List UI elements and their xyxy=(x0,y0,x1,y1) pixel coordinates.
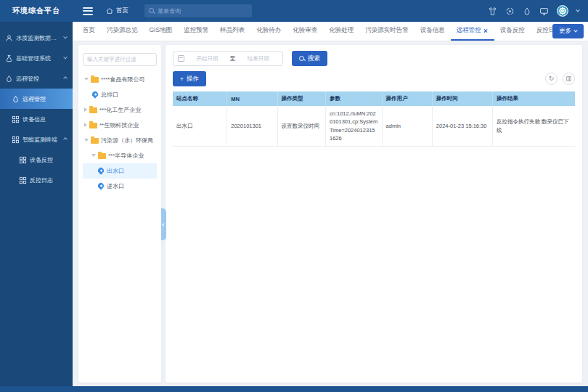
user-analysis-icon xyxy=(5,34,13,42)
folder-icon xyxy=(98,153,106,159)
tree-node-semiconductor-company[interactable]: ***半导体企业 xyxy=(83,148,157,163)
search-icon xyxy=(149,8,155,14)
tab-device-info[interactable]: 设备信息 xyxy=(415,22,451,41)
date-range-separator: 至 xyxy=(230,55,236,62)
station-tree: ****食品有限公司 总排口 ***化工生产企业 **生物科技企业 xyxy=(83,72,157,194)
content-area: ****食品有限公司 总排口 ***化工生产企业 **生物科技企业 xyxy=(73,41,588,386)
user-avatar[interactable] xyxy=(557,5,568,17)
tree-collapse-handle[interactable] xyxy=(161,208,166,240)
tab-realtime-alarm[interactable]: 污染源实时告警 xyxy=(359,22,415,41)
cell-op-type: 设置数采仪时间 xyxy=(277,106,325,147)
more-tabs-button[interactable]: 更多 xyxy=(552,24,584,38)
open-tabs-bar: 首页 污染源总览 GIS地图 监控预警 样品列表 化验待办 化验审查 化验处理 … xyxy=(73,22,588,41)
start-date-placeholder[interactable]: 开始日期 xyxy=(187,55,227,62)
menu-search-input[interactable] xyxy=(158,8,248,15)
map-pin-icon xyxy=(91,90,99,98)
tree-node-main-outlet[interactable]: 总排口 xyxy=(83,87,157,102)
segmented-circle-icon[interactable] xyxy=(505,7,515,16)
col-site-name: 站点名称 xyxy=(173,91,227,106)
tree-node-biotech-company[interactable]: **生物科技企业 xyxy=(83,118,157,133)
map-pin-icon xyxy=(97,166,105,174)
chevron-up-icon xyxy=(63,76,68,81)
top-header: 环境综合平台 首页 xyxy=(0,0,588,22)
hamburger-menu-icon[interactable] xyxy=(83,7,93,15)
chevron-down-icon[interactable] xyxy=(576,8,580,12)
tree-node-food-company[interactable]: ****食品有限公司 xyxy=(83,72,157,87)
folder-icon xyxy=(89,107,97,113)
theme-shirt-icon[interactable] xyxy=(488,7,497,16)
breadcrumb-label: 首页 xyxy=(116,7,128,15)
refresh-button[interactable]: ↻ xyxy=(545,73,558,85)
cell-site-name: 出水口 xyxy=(173,106,227,147)
caret-right-icon[interactable] xyxy=(84,123,87,127)
tab-remote-control[interactable]: 远程管控 xyxy=(451,22,494,41)
caret-right-icon[interactable] xyxy=(84,107,87,112)
chevron-down-icon xyxy=(573,28,578,33)
end-date-placeholder[interactable]: 结束日期 xyxy=(238,55,278,62)
caret-down-icon[interactable] xyxy=(84,78,89,81)
operation-log-table: 站点名称 MN 操作类型 参数 操作用户 操作时间 操作结果 出水口 20201… xyxy=(173,91,575,147)
sidebar-item-smart-terminal-group[interactable]: 智能监测终端 xyxy=(0,129,73,150)
action-toolbar: + 操作 ↻ xyxy=(173,71,575,86)
chevron-down-icon xyxy=(63,35,68,39)
sidebar-item-reverse-control-log[interactable]: 反控日志 xyxy=(0,170,73,190)
water-drop-icon[interactable] xyxy=(523,7,531,16)
tab-lab-todo[interactable]: 化验待办 xyxy=(250,22,287,41)
bottom-bar xyxy=(0,386,588,392)
search-toolbar: 开始日期 至 结束日期 搜索 xyxy=(173,51,575,66)
flask-icon xyxy=(5,54,13,62)
grid-icon xyxy=(19,156,27,164)
refresh-icon: ↻ xyxy=(549,75,555,82)
column-settings-button[interactable] xyxy=(563,73,575,85)
plus-icon: + xyxy=(180,75,184,83)
home-icon xyxy=(106,7,113,15)
tab-gis-map[interactable]: GIS地图 xyxy=(144,22,179,41)
fullscreen-monitor-icon[interactable] xyxy=(539,7,549,16)
tab-pollution-overview[interactable]: 污染源总览 xyxy=(101,22,144,41)
tab-lab-process[interactable]: 化验处理 xyxy=(323,22,359,41)
col-op-user: 操作用户 xyxy=(382,91,432,106)
tab-lab-review[interactable]: 化验审查 xyxy=(287,22,323,41)
tab-sample-list[interactable]: 样品列表 xyxy=(214,22,250,41)
sidebar-nav: 水质监测数据综合分析 基础管理系统 远程管控 远程管控 设备信息 智能监测终端 xyxy=(0,22,73,392)
sidebar-item-device-info[interactable]: 设备信息 xyxy=(0,109,73,129)
cell-params: cn:1012,rtuMN:2020101301,cp:SystemTime=2… xyxy=(326,106,383,147)
sidebar-item-base-management[interactable]: 基础管理系统 xyxy=(0,48,73,68)
water-drop-icon xyxy=(12,95,20,103)
tab-monitor-alert[interactable]: 监控预警 xyxy=(178,22,214,41)
grid-icon xyxy=(19,176,27,184)
cell-op-result: 反控指令执行失败:数采仪已下线 xyxy=(492,106,575,147)
table-row[interactable]: 出水口 2020101301 设置数采仪时间 cn:1012,rtuMN:202… xyxy=(173,106,575,147)
tree-node-outlet[interactable]: 出水口 xyxy=(83,163,157,179)
operate-button[interactable]: + 操作 xyxy=(173,71,206,86)
columns-icon xyxy=(565,75,572,82)
date-range-picker[interactable]: 开始日期 至 结束日期 xyxy=(173,51,283,66)
tab-device-reverse-control[interactable]: 设备反控 xyxy=(494,22,531,41)
app-window: 环境综合平台 首页 水质监测数据综合分析 基础管理系统 xyxy=(0,0,588,392)
calendar-icon xyxy=(178,55,184,62)
sidebar-item-remote-control-group[interactable]: 远程管控 xyxy=(0,68,73,89)
cell-mn: 2020101301 xyxy=(227,106,277,147)
col-op-result: 操作结果 xyxy=(492,91,575,106)
station-tree-panel: ****食品有限公司 总排口 ***化工生产企业 **生物科技企业 xyxy=(78,45,161,383)
search-button[interactable]: 搜索 xyxy=(292,51,327,66)
col-params: 参数 xyxy=(326,91,383,106)
caret-down-icon[interactable] xyxy=(91,154,96,157)
tab-home[interactable]: 首页 xyxy=(77,22,101,41)
tree-node-chemical-company[interactable]: ***化工生产企业 xyxy=(83,102,157,118)
sidebar-item-water-analysis[interactable]: 水质监测数据综合分析 xyxy=(0,28,73,48)
grid-icon xyxy=(12,136,20,144)
breadcrumb[interactable]: 首页 xyxy=(106,7,128,15)
close-tab-icon[interactable] xyxy=(483,28,489,33)
caret-down-icon[interactable] xyxy=(84,139,89,142)
tree-node-epa-bureau[interactable]: 污染源（水）环保局 xyxy=(83,133,157,148)
sidebar-item-remote-control[interactable]: 远程管控 xyxy=(0,89,73,109)
tree-filter-input[interactable] xyxy=(83,53,157,66)
tree-node-inlet[interactable]: 进水口 xyxy=(83,179,157,194)
menu-search[interactable] xyxy=(144,4,252,17)
header-icons xyxy=(488,5,588,17)
table-header-row: 站点名称 MN 操作类型 参数 操作用户 操作时间 操作结果 xyxy=(173,91,575,106)
col-op-type: 操作类型 xyxy=(277,91,325,106)
sidebar-item-device-reverse-control[interactable]: 设备反控 xyxy=(0,150,73,170)
map-pin-icon xyxy=(97,181,105,189)
